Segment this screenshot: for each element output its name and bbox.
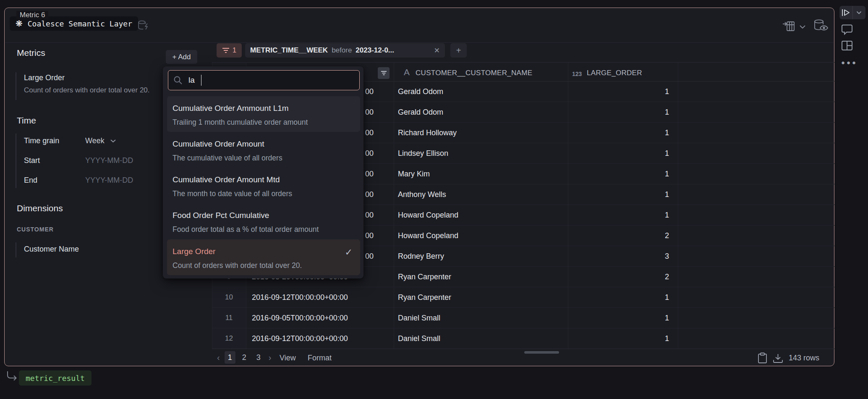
- snowflake-icon: ❋: [16, 19, 23, 28]
- dropdown-item-title: Cumulative Order Ammount L1m: [173, 104, 289, 113]
- time-grain-label: Time grain: [24, 136, 59, 145]
- cell-large-order: 1: [568, 81, 669, 102]
- run-options-chevron-icon[interactable]: [853, 6, 866, 19]
- output-variable-pill[interactable]: metric_result: [19, 370, 92, 386]
- filter-count-badge[interactable]: 1: [217, 43, 242, 58]
- source-label: Coalesce Semantic Layer: [28, 19, 132, 28]
- row-number: 12: [212, 328, 246, 349]
- time-grain-value[interactable]: Week: [85, 136, 105, 145]
- run-cell-button[interactable]: [839, 6, 865, 19]
- cell-large-order: 1: [568, 205, 669, 225]
- column-header-large-order[interactable]: LARGE_ORDER: [587, 69, 642, 77]
- copy-table-icon[interactable]: [758, 352, 767, 364]
- dropdown-item-1[interactable]: Cumulative Order Ammount L1mTrailing 1 m…: [167, 96, 360, 132]
- table-row[interactable]: 112016-09-05T00:00:00+00:00Daniel Small1: [212, 308, 834, 328]
- dropdown-item-subtitle: Food order total as a % of total order a…: [173, 225, 319, 234]
- filter-icon: [222, 47, 230, 53]
- row-number: 10: [212, 287, 246, 307]
- cell-customer-name: Richard Holloway: [398, 123, 457, 143]
- run-icon[interactable]: [839, 6, 852, 19]
- comment-icon[interactable]: [841, 24, 853, 35]
- dropdown-item-5[interactable]: Large OrderCount of orders with order to…: [167, 239, 360, 275]
- cell-large-order: 2: [568, 226, 669, 246]
- filter-icon: [381, 71, 387, 76]
- dropdown-item-title: Cumulative Order Amount: [173, 139, 264, 149]
- time-rule: [16, 134, 16, 188]
- filter-chip[interactable]: METRIC_TIME__WEEK before 2023-12-0... ✕: [245, 43, 445, 58]
- page-prev-icon[interactable]: ‹: [216, 353, 221, 362]
- cell-large-order: 1: [568, 164, 669, 184]
- download-icon[interactable]: [773, 353, 783, 363]
- dropdown-item-title: Cumulative Order Amount Mtd: [173, 175, 280, 184]
- cell-customer-name: Gerald Odom: [398, 81, 443, 102]
- dropdown-item-subtitle: The cumulative value of all orders: [173, 154, 282, 163]
- cell-customer-name: Anthony Wells: [398, 184, 446, 205]
- dropdown-item-4[interactable]: Food Order Pct CumulativeFood order tota…: [167, 203, 360, 239]
- cell-large-order: 1: [568, 328, 669, 349]
- start-date-input[interactable]: YYYY-MM-DD: [85, 156, 133, 165]
- more-options-icon[interactable]: ●●●: [841, 59, 858, 66]
- dropdown-item-2[interactable]: Cumulative Order AmountThe cumulative va…: [167, 132, 360, 168]
- cell-customer-name: Gerald Odom: [398, 102, 443, 122]
- horizontal-scrollbar[interactable]: [524, 351, 559, 354]
- table-row[interactable]: 102016-09-12T00:00:00+00:00Ryan Carpente…: [212, 287, 834, 308]
- dropdown-item-subtitle: Trailing 1 month cumulative order amount: [173, 118, 308, 127]
- view-tab[interactable]: View: [280, 354, 296, 362]
- row-count: 143 rows: [789, 354, 819, 362]
- dimension-group-label: CUSTOMER: [17, 226, 54, 233]
- page-number-2[interactable]: 2: [239, 351, 250, 364]
- output-chevron-down-icon[interactable]: [799, 25, 806, 29]
- cell-customer-name: Lindsey Ellison: [398, 143, 448, 163]
- cell-large-order: 1: [568, 123, 669, 143]
- add-filter-button[interactable]: +: [450, 43, 467, 58]
- filter-operator: before: [332, 46, 352, 55]
- search-query: la: [188, 76, 195, 85]
- search-icon: [173, 76, 183, 85]
- cell-customer-name: Ryan Carpenter: [398, 267, 451, 287]
- metric-item-title[interactable]: Large Order: [24, 74, 65, 82]
- dimension-rule: [16, 242, 16, 257]
- table-row[interactable]: 122016-09-12T00:00:00+00:00Daniel Small1: [212, 328, 834, 349]
- text-type-icon: A: [404, 67, 410, 77]
- edit-connection-icon[interactable]: [137, 20, 150, 31]
- time-grain-chevron-icon[interactable]: [110, 139, 116, 143]
- end-date-input[interactable]: YYYY-MM-DD: [85, 176, 133, 185]
- dropdown-item-3[interactable]: Cumulative Order Amount MtdThe month to …: [167, 168, 360, 203]
- dimensions-section-title: Dimensions: [17, 203, 63, 213]
- cell-title[interactable]: Metric 6: [16, 11, 48, 19]
- data-preview-icon[interactable]: [813, 19, 829, 32]
- column-filter-indicator[interactable]: [378, 67, 390, 79]
- page-number-1[interactable]: 1: [225, 351, 235, 364]
- pagination: ‹ 123 ›: [216, 351, 272, 364]
- page-number-3[interactable]: 3: [253, 351, 264, 364]
- cell-customer-name: Daniel Small: [398, 328, 440, 349]
- page-next-icon[interactable]: ›: [267, 353, 273, 362]
- cell-large-order: 1: [568, 308, 669, 328]
- page-numbers: 123: [225, 351, 264, 364]
- table-footer-divider: [212, 349, 834, 349]
- cell-customer-name: Howard Copeland: [398, 226, 458, 246]
- header-divider: [5, 42, 834, 43]
- layout-panes-icon[interactable]: [841, 40, 853, 51]
- start-date-label: Start: [24, 156, 40, 165]
- filter-close-icon[interactable]: ✕: [434, 46, 440, 55]
- end-date-label: End: [24, 176, 37, 185]
- search-input[interactable]: la: [168, 70, 360, 90]
- filter-count: 1: [233, 46, 236, 55]
- output-table-icon[interactable]: [782, 21, 795, 32]
- number-type-icon: 123: [572, 71, 582, 77]
- format-tab[interactable]: Format: [308, 354, 332, 362]
- filter-value: 2023-12-0...: [356, 46, 394, 55]
- dimension-item-customer-name[interactable]: Customer Name: [24, 245, 79, 254]
- output-variable: metric_result: [26, 374, 85, 383]
- column-header-customer-name[interactable]: CUSTOMER__CUSTOMER_NAME: [416, 69, 532, 77]
- row-number: 11: [212, 308, 246, 328]
- time-section-title: Time: [17, 116, 36, 126]
- cell-metric-time-week: 2016-09-05T00:00:00+00:00: [252, 308, 374, 328]
- metric-search-dropdown: la Cumulative Order Ammount L1mTrailing …: [163, 66, 363, 278]
- metric-item-rule: [16, 72, 16, 100]
- cell-metric-time-week: 2016-09-12T00:00:00+00:00: [252, 287, 374, 307]
- cell-customer-name: Rodney Berry: [398, 246, 444, 266]
- dropdown-item-title: Food Order Pct Cumulative: [173, 211, 269, 220]
- add-metric-button[interactable]: + Add: [166, 50, 197, 64]
